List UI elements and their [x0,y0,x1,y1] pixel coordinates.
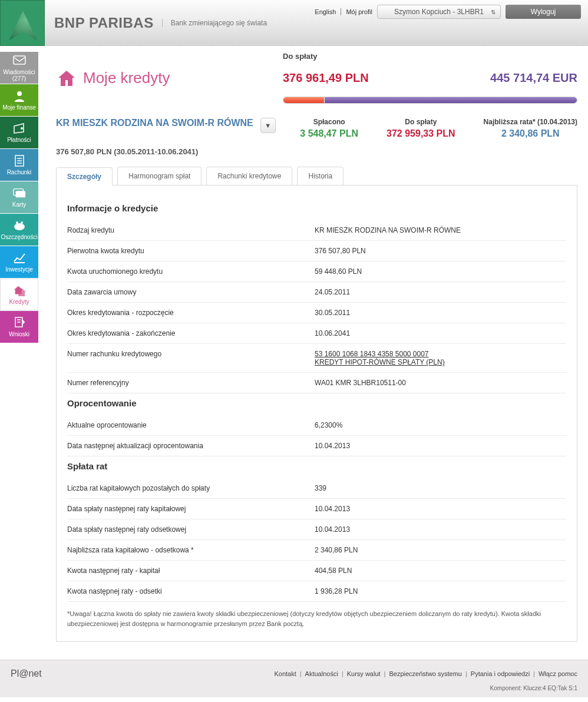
credit-col-label: Do spłaty [387,118,455,126]
amount-pln: 376 961,49 PLN [283,71,369,85]
info-value: 404,58 PLN [315,567,566,575]
progress-seg-eur [325,97,577,103]
footer-links: Kontakt | Aktualności | Kursy walut | Be… [274,670,577,677]
sidebar-item-oszczędności[interactable]: Oszczędności [0,214,38,246]
english-link[interactable]: English [315,8,336,15]
sidebar-item-moje[interactable]: Moje finanse [0,84,38,116]
sidebar-icon [13,154,26,167]
sidebar-item-label: Moje finanse [2,104,36,111]
top-controls: English Mój profil Szymon Kopciuch - 3LH… [315,0,581,19]
account-link[interactable]: 53 1600 1068 1843 4358 5000 0007 [315,350,429,358]
disclaimer-note: *Uwaga! Łączna kwota do spłaty nie zawie… [67,609,566,628]
tabs: SzczegółyHarmonogram spłatRachunki kredy… [56,167,577,185]
svg-point-1 [17,91,22,96]
info-row: Liczba rat kapitałowych pozostałych do s… [67,478,566,499]
to-repay-label: Do spłaty [283,52,577,61]
info-label: Liczba rat kapitałowych pozostałych do s… [67,484,315,492]
info-value: 10.04.2013 [315,442,566,450]
account-link[interactable]: KREDYT HIPOT-RÓWNE SPŁATY (PLN) [315,358,445,366]
layout: Wiadomości (277)Moje finansePłatnościRac… [0,46,588,660]
footer-link-kursy-walut[interactable]: Kursy walut [347,670,381,677]
info-label: Data zawarcia umowy [67,288,315,296]
svg-point-11 [21,221,23,224]
info-value: 1 936,28 PLN [315,587,566,595]
section-header: Spłata rat [67,461,566,471]
sidebar-item-wiadomości[interactable]: Wiadomości (277) [0,52,38,84]
footer-link-włącz-pomoc[interactable]: Włącz pomoc [539,670,577,677]
component-info: Komponent: Klucze:4 EQ:Tak S:1 [0,683,588,697]
info-value: WA01 KMR 3LHBR10511-00 [315,379,566,387]
tab-historia[interactable]: Historia [297,167,343,185]
info-label: Data spłaty następnej raty kapitałowej [67,505,315,513]
info-label: Kwota następnej raty - kapitał [67,567,315,575]
sidebar-item-płatności[interactable]: Płatności [0,117,38,148]
credit-subtitle: 376 507,80 PLN (30.05.2011-10.06.2041) [56,147,577,156]
info-label: Data następnej aktualizacji oprocentowan… [67,442,315,450]
tab-harmonogram-spłat[interactable]: Harmonogram spłat [117,167,201,185]
info-row: Rodzaj kredytuKR MIESZK RODZINA NA SWOIM… [67,220,566,241]
divider: | [384,670,386,677]
sidebar-item-label: Oszczędności [1,234,37,240]
credit-name[interactable]: KR MIESZK RODZINA NA SWOIM-R RÓWNE [56,118,253,128]
info-label: Aktualne oprocentowanie [67,421,315,429]
top-header: BNP PARIBAS Bank zmieniającego się świat… [0,0,588,46]
info-value: KR MIESZK RODZINA NA SWOIM-R RÓWNE [315,226,566,234]
sidebar-item-label: Kredyty [9,299,29,305]
info-value: 30.05.2011 [315,309,566,317]
info-label: Pierwotna kwota kredytu [67,247,315,255]
sidebar-item-label: Wnioski [9,331,29,337]
info-value: 376 507,80 PLN [315,247,566,255]
info-row: Numer rachunku kredytowego53 1600 1068 1… [67,344,566,373]
credit-col-value: 372 959,33 PLN [387,128,455,139]
info-label: Numer rachunku kredytowego [67,350,315,366]
divider: | [533,670,535,677]
info-label: Rodzaj kredytu [67,226,315,234]
info-value: 10.04.2013 [315,525,566,534]
sidebar-item-label: Wiadomości (277) [0,69,38,82]
credit-col: Najbliższa rata* (10.04.2013)2 340,86 PL… [484,118,577,139]
info-row: Okres kredytowania - zakończenie10.06.20… [67,323,566,344]
sidebar-icon [13,219,26,232]
footer-brand: Pl@net [11,668,42,679]
info-row: Najbliższa rata kapitałowo - odsetkowa *… [67,540,566,561]
divider [341,8,341,15]
bank-tagline: Bank zmieniającego się świata [162,19,267,27]
credit-col: Do spłaty372 959,33 PLN [387,118,455,139]
info-row: Data zawarcia umowy24.05.2011 [67,282,566,303]
footer-link-pytania-i-odpowiedzi[interactable]: Pytania i odpowiedzi [471,670,530,677]
sidebar: Wiadomości (277)Moje finansePłatnościRac… [0,46,45,660]
footer-link-kontakt[interactable]: Kontakt [274,670,296,677]
sidebar-icon [13,316,26,329]
info-value: 53 1600 1068 1843 4358 5000 0007KREDYT H… [315,350,566,366]
my-profile-link[interactable]: Mój profil [346,8,372,15]
sidebar-item-rachunki[interactable]: Rachunki [0,149,38,181]
info-row: Okres kredytowania - rozpoczęcie30.05.20… [67,303,566,323]
main: Moje kredyty Do spłaty 376 961,49 PLN 44… [45,46,588,660]
credit-dropdown-button[interactable]: ▼ [260,118,276,133]
info-label: Okres kredytowania - rozpoczęcie [67,309,315,317]
credit-col: Spłacono3 548,47 PLN [300,118,358,139]
tab-szczegóły[interactable]: Szczegóły [56,167,113,186]
footer-link-bezpieczeństwo-systemu[interactable]: Bezpieczeństwo systemu [389,670,462,677]
info-value: 10.06.2041 [315,329,566,337]
sidebar-icon [13,187,26,200]
sidebar-item-kredyty[interactable]: Kredyty [0,279,38,310]
info-value: 24.05.2011 [315,288,566,296]
sidebar-item-label: Rachunki [7,169,32,176]
info-row: Pierwotna kwota kredytu376 507,80 PLN [67,241,566,261]
progress-bar [283,97,577,104]
info-label: Numer referencyjny [67,379,315,387]
amounts-row: 376 961,49 PLN 445 714,74 EUR [283,71,577,85]
footer-link-aktualności[interactable]: Aktualności [305,670,338,677]
info-label: Okres kredytowania - zakończenie [67,329,315,337]
logout-button[interactable]: Wyloguj [506,5,581,19]
sidebar-item-inwestycje[interactable]: Inwestycje [0,246,38,278]
sidebar-item-wnioski[interactable]: Wnioski [0,311,38,343]
info-value: 339 [315,484,566,492]
to-repay-block: Do spłaty 376 961,49 PLN 445 714,74 EUR [283,52,577,104]
credit-col-value: 2 340,86 PLN [484,128,577,139]
sidebar-item-karty[interactable]: Karty [0,181,38,213]
tab-rachunki-kredytowe[interactable]: Rachunki kredytowe [206,167,292,185]
user-select[interactable]: Szymon Kopciuch - 3LHBR1 [377,5,501,19]
info-value: 2 340,86 PLN [315,546,566,554]
